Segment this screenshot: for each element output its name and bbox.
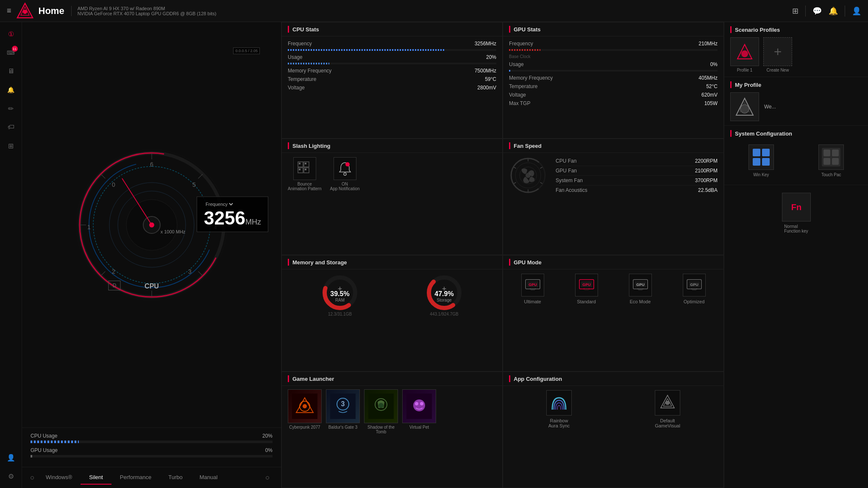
sidebar-item-pen[interactable]: ✏ [3, 100, 19, 117]
svg-point-92 [420, 402, 423, 405]
tomb-label: Shadow of the Tomb [364, 425, 398, 434]
gpu-tgp-val: 105W [704, 100, 718, 106]
cpu-stats-panel: CPU Stats Frequency 3256MHz Usage 20% [281, 22, 503, 139]
cpu-header-bar [288, 26, 289, 33]
chat-icon[interactable]: 💬 [812, 6, 822, 16]
optimized-icon: GPU [683, 274, 706, 297]
main-layout: ① ⌨ 11 🖥 🔔 ✏ 🏷 ⊞ 👤 ⚙ [0, 22, 868, 488]
gpu-mode-optimized[interactable]: GPU Optimized [683, 274, 706, 304]
gpu-mode-ultimate[interactable]: GPU Ultimate [521, 274, 544, 304]
svg-point-91 [415, 402, 418, 405]
sidebar-item-settings[interactable]: ⚙ [3, 468, 19, 485]
tab-turbo[interactable]: Turbo [160, 471, 191, 485]
tab-performance[interactable]: Performance [111, 471, 160, 485]
tab-windows[interactable]: Windows® [37, 471, 81, 485]
divider1 [805, 6, 806, 17]
svg-rect-38 [299, 169, 300, 170]
cpu-usage-line: Usage 20% [288, 54, 496, 60]
gpu-mode-icons: GPU Ultimate GPU [503, 269, 723, 308]
notification-icon[interactable]: 🔔 [829, 6, 838, 16]
tab-silent[interactable]: Silent [81, 471, 111, 485]
sidebar-item-bell[interactable]: 🔔 [3, 81, 19, 98]
avatar[interactable] [730, 92, 759, 121]
gpu-volt-name: Voltage [509, 92, 526, 98]
cpu-freq-bar-fill [288, 49, 444, 51]
svg-rect-106 [832, 150, 839, 156]
baldurs-thumb: 3 [326, 389, 360, 423]
app-rainbow-aura[interactable]: RainbowAura Sync [546, 390, 572, 428]
create-profile[interactable]: + Create New [763, 37, 792, 72]
app-gamevisual[interactable]: DefaultGameVisual [655, 390, 680, 428]
game-cyberpunk[interactable]: Cyberpunk 2077 [288, 389, 322, 434]
freq-number: 3256 [204, 207, 245, 228]
tab-manual[interactable]: Manual [191, 471, 226, 485]
gpu-stats-title: GPU Stats [514, 26, 541, 33]
gpu-mode-eco[interactable]: GPU Eco Mode [629, 274, 652, 304]
svg-rect-68 [584, 289, 589, 290]
game-header-bar [288, 375, 289, 382]
cpu-usage-fill [31, 441, 79, 443]
svg-text:Fn: Fn [791, 202, 801, 212]
menu-icon[interactable]: ≡ [7, 6, 11, 15]
app-config-panel: App Configuration RainbowAura Sync [503, 372, 724, 488]
header-specs: AMD Ryzen AI 9 HX 370 w/ Radeon 890M NVI… [71, 6, 217, 16]
touch-pac-item[interactable]: Touch Pac [818, 144, 844, 177]
svg-rect-37 [299, 163, 300, 164]
svg-text:5: 5 [192, 181, 196, 188]
perf-tabs: Windows® Silent Performance Turbo Manual [22, 467, 281, 488]
my-profile-section: My Profile We... [724, 77, 868, 126]
notification-icon-box [334, 157, 356, 180]
gpu-header-bar [509, 26, 510, 33]
sidebar-item-keyboard[interactable]: ⌨ 11 [3, 44, 19, 61]
svg-rect-105 [823, 150, 830, 156]
gpu-memfreq-line: Memory Frequency 405MHz [509, 75, 718, 81]
fn-key-section: Fn NormalFunction key [724, 185, 868, 241]
freq-selector[interactable]: Frequency [204, 201, 234, 207]
rainbow-label: RainbowAura Sync [548, 418, 570, 428]
svg-point-2 [23, 10, 27, 14]
gpu-usage-label: GPU Usage [31, 447, 58, 453]
sidebar-bottom: 👤 ⚙ [3, 449, 19, 485]
user-icon[interactable]: 👤 [852, 6, 861, 16]
svg-text:1: 1 [87, 224, 91, 230]
gpu-mode-standard[interactable]: GPU Standard [575, 274, 598, 304]
lighting-item-bounce[interactable]: BounceAnimation Pattern [288, 157, 322, 191]
sidebar-item-user[interactable]: 👤 [3, 449, 19, 466]
game-tomb[interactable]: Shadow of the Tomb [364, 389, 398, 434]
cpu-volt-name: Voltage [288, 85, 305, 91]
gpu-freq-line: Frequency 210MHz [509, 41, 718, 47]
profile-1[interactable]: Profile 1 [730, 37, 759, 72]
cpu-usage-bar-fill [288, 63, 329, 64]
fan-speed-title: Fan Speed [514, 143, 542, 149]
lighting-item-notification[interactable]: ONApp Notification [330, 157, 360, 191]
gpu-memfreq-val: 405MHz [698, 75, 718, 81]
slash-lighting-header: Slash Lighting [282, 139, 502, 153]
svg-text:GPU: GPU [636, 283, 645, 287]
game-virtualpet[interactable]: Virtual Pet [402, 389, 436, 434]
svg-rect-102 [753, 158, 760, 166]
my-profile-title: My Profile [730, 81, 862, 88]
sidebar-item-tag[interactable]: 🏷 [3, 119, 19, 136]
win-key-item[interactable]: Win Key [748, 144, 774, 177]
ram-donut: + 39.5% RAM [321, 274, 359, 312]
gpu-tgp-line: Max TGP 105W [509, 100, 718, 106]
gpu-freq-val: 210MHz [698, 41, 718, 47]
profile1-icon [730, 37, 759, 66]
fan-acoustics-row: Fan Acoustics 22.5dBA [556, 186, 718, 195]
svg-rect-103 [762, 158, 770, 166]
my-profile-bar [730, 81, 732, 88]
svg-rect-108 [832, 158, 839, 165]
sidebar-item-display[interactable]: 🖥 [3, 63, 19, 80]
fan-speed-header: Fan Speed [503, 139, 723, 153]
game-baldurs[interactable]: 3 Baldur's Gate 3 [326, 389, 360, 434]
svg-text:GPU: GPU [582, 283, 591, 287]
sidebar-item-home[interactable]: ① [3, 25, 19, 42]
pen-icon: ✏ [8, 105, 14, 113]
cpu-usage-bar-mini [288, 63, 496, 64]
fn-key-item[interactable]: Fn NormalFunction key [782, 193, 811, 233]
storage-section: + 47.9% Storage 443.1/924.7GB [425, 274, 463, 316]
svg-rect-100 [753, 149, 760, 156]
sidebar-item-layout[interactable]: ⊞ [3, 137, 19, 154]
ram-label: RAM [330, 298, 349, 302]
grid-icon[interactable]: ⊞ [792, 6, 798, 16]
